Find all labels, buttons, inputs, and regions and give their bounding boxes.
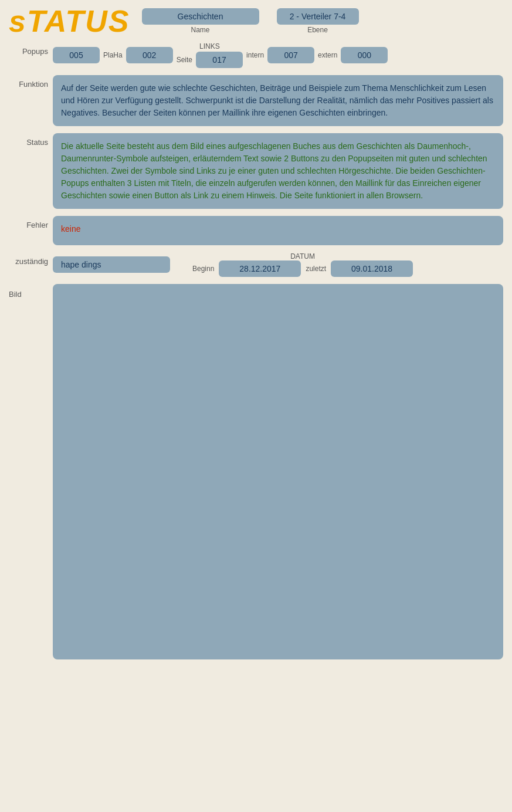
ebene-label: Ebene	[307, 26, 328, 34]
bild-content	[53, 284, 503, 659]
extern-label: extern	[318, 51, 337, 59]
funktion-text[interactable]: Auf der Seite werden gute wie schlechte …	[53, 75, 503, 126]
links-inner: Seite 017	[177, 52, 243, 68]
popups-content: 005 PlaHa 002 LINKS Seite 017 intern 007…	[53, 42, 503, 68]
fehler-text-box[interactable]: keine	[53, 216, 503, 245]
status-label: Status	[9, 133, 53, 147]
fehler-section: Fehler keine	[9, 216, 503, 245]
zustaendig-label: zuständig	[9, 252, 53, 266]
fehler-label: Fehler	[9, 216, 53, 229]
bild-section: Bild	[9, 284, 503, 659]
zuletzt-value[interactable]: 09.01.2018	[331, 260, 413, 277]
ebene-input[interactable]: 2 - Verteiler 7-4	[277, 8, 359, 25]
plaha-label: PlaHa	[103, 51, 123, 59]
fehler-content: keine	[53, 216, 503, 245]
datum-label: DATUM	[290, 252, 315, 260]
datum-group: DATUM Beginn 28.12.2017 zuletzt 09.01.20…	[192, 252, 413, 277]
fehler-text: keine	[61, 224, 80, 234]
ebene-field-group: 2 - Verteiler 7-4 Ebene	[277, 8, 359, 34]
beginn-value[interactable]: 28.12.2017	[219, 260, 301, 277]
links-label: LINKS	[199, 42, 220, 50]
popups-row: 005 PlaHa 002 LINKS Seite 017 intern 007…	[53, 42, 503, 68]
datum-inner: Beginn 28.12.2017 zuletzt 09.01.2018	[192, 260, 413, 277]
status-section: Status Die aktuelle Seite besteht aus de…	[9, 133, 503, 209]
bild-label: Bild	[9, 284, 53, 299]
zustaendig-content: hape dings DATUM Beginn 28.12.2017 zulet…	[53, 252, 503, 277]
zuletzt-label: zuletzt	[306, 265, 326, 273]
popup-007[interactable]: 007	[267, 47, 314, 63]
beginn-label: Beginn	[192, 265, 214, 273]
popups-label: Popups	[9, 42, 53, 56]
zustaendig-row: hape dings DATUM Beginn 28.12.2017 zulet…	[53, 252, 503, 277]
zustaendig-section: zuständig hape dings DATUM Beginn 28.12.…	[9, 252, 503, 277]
name-label: Name	[191, 26, 210, 34]
funktion-section: Funktion Auf der Seite werden gute wie s…	[9, 75, 503, 126]
intern-label: intern	[246, 51, 264, 59]
zustaendig-name[interactable]: hape dings	[53, 256, 170, 273]
status-content: Die aktuelle Seite besteht aus dem Bild …	[53, 133, 503, 209]
status-text[interactable]: Die aktuelle Seite besteht aus dem Bild …	[53, 133, 503, 209]
header-row: sTATUS Geschichten Name 2 - Verteiler 7-…	[9, 6, 503, 36]
popup-005[interactable]: 005	[53, 47, 100, 63]
popups-section: Popups 005 PlaHa 002 LINKS Seite 017 int…	[9, 42, 503, 68]
funktion-label: Funktion	[9, 75, 53, 89]
name-field-group: Geschichten Name	[142, 8, 259, 34]
popup-017[interactable]: 017	[196, 52, 243, 68]
app-title: sTATUS	[9, 6, 130, 36]
popup-002[interactable]: 002	[126, 47, 173, 63]
seite-label: Seite	[177, 56, 192, 64]
name-input[interactable]: Geschichten	[142, 8, 259, 25]
popup-000[interactable]: 000	[341, 47, 388, 63]
bild-area	[53, 284, 503, 659]
funktion-content: Auf der Seite werden gute wie schlechte …	[53, 75, 503, 126]
links-group: LINKS Seite 017	[177, 42, 243, 68]
